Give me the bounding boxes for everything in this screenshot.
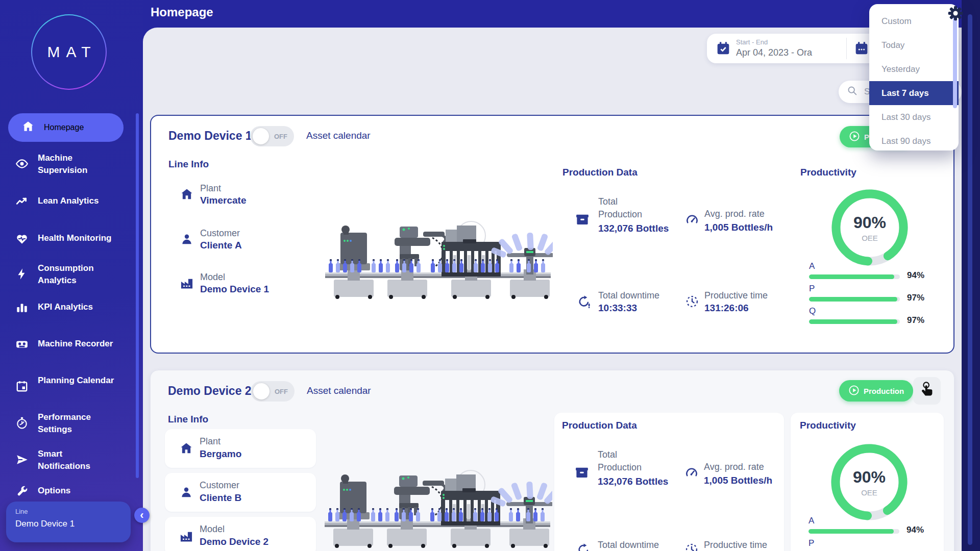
asset-calendar-link[interactable]: Asset calendar xyxy=(306,130,371,141)
tooltip-value: Demo Device 1 xyxy=(15,519,75,529)
bar-value-a: 94% xyxy=(906,525,924,535)
machine-illustration xyxy=(322,461,553,548)
bar-a xyxy=(809,274,900,279)
sidebar-item-health-monitoring[interactable]: Health Monitoring xyxy=(15,232,111,245)
sidebar-item-kpi-analytics[interactable]: KPI Analytics xyxy=(15,301,93,314)
period-dropdown-menu: Custom Today Yesterday Last 7 days Last … xyxy=(869,4,959,151)
sidebar-item-consumption-analytics[interactable]: Consumption Analytics xyxy=(15,262,114,287)
sidebar-collapse-button[interactable]: ‹ xyxy=(134,508,150,523)
settings-gear-icon[interactable] xyxy=(946,4,965,22)
dropdown-item-last-30-days[interactable]: Last 30 days xyxy=(869,105,959,129)
downtime-icon xyxy=(576,542,591,551)
calendar-check-icon xyxy=(715,40,731,59)
dropdown-item-last-90-days[interactable]: Last 90 days xyxy=(869,129,959,151)
sidebar-item-label: Performance Settings xyxy=(38,411,114,436)
plant-icon xyxy=(179,441,193,458)
info-row-customer: Customer Cliente B xyxy=(165,473,316,512)
oee-label: OEE xyxy=(825,234,915,242)
customer-label: Customer xyxy=(200,228,240,239)
dropdown-item-yesterday[interactable]: Yesterday xyxy=(869,57,959,81)
home-icon xyxy=(21,120,35,135)
clock-dashed-icon xyxy=(684,542,699,551)
recorder-icon xyxy=(15,338,29,351)
logo: MAT xyxy=(31,14,107,90)
bar-q xyxy=(809,319,900,324)
device-toggle[interactable]: OFF xyxy=(250,126,294,146)
sidebar-item-label: Consumption Analytics xyxy=(38,262,114,287)
productivity-title: Productivity xyxy=(800,420,856,431)
sidebar-item-lean-analytics[interactable]: Lean Analytics xyxy=(15,195,99,208)
play-circle-icon xyxy=(848,385,860,397)
sidebar-item-performance-settings[interactable]: Performance Settings xyxy=(15,411,114,436)
asset-calendar-link[interactable]: Asset calendar xyxy=(307,385,371,396)
sidebar-scrollbar-thumb[interactable] xyxy=(136,113,139,478)
downtime-label: Total downtime xyxy=(598,539,659,551)
sidebar-item-smart-notifications[interactable]: Smart Notifications xyxy=(15,448,114,472)
customer-value: Cliente B xyxy=(200,492,241,504)
pointer-button[interactable] xyxy=(913,377,941,405)
stopwatch-icon xyxy=(15,416,29,430)
avg-rate-label: Avg. prod. rate xyxy=(704,208,765,220)
app-root: Homepage MAT Homepage Machine Supervisio… xyxy=(0,0,980,551)
bar-label-a: A xyxy=(808,516,814,526)
sidebar: MAT Homepage Machine Supervision Lean An… xyxy=(0,0,143,551)
device-name: Demo Device 1 xyxy=(168,129,252,143)
downtime-label: Total downtime xyxy=(598,289,659,302)
device-toggle[interactable]: OFF xyxy=(251,381,295,402)
production-status-label: Production xyxy=(864,387,904,395)
bar-p xyxy=(809,297,900,302)
bar-chart-icon xyxy=(15,301,29,314)
dropdown-scrollbar-thumb[interactable] xyxy=(953,11,957,108)
sidebar-item-machine-supervision[interactable]: Machine Supervision xyxy=(15,152,114,177)
bar-value-q: 97% xyxy=(907,315,924,325)
total-production-label: Total Production xyxy=(598,195,659,221)
bar-label-p: P xyxy=(809,284,815,294)
productive-value: 131:26:06 xyxy=(704,303,749,314)
oee-gauge: 90% OEE xyxy=(824,437,914,527)
calendar-dots-icon[interactable] xyxy=(853,40,870,59)
eye-icon xyxy=(15,157,29,170)
production-data-title: Production Data xyxy=(562,420,637,431)
sidebar-item-label: Machine Supervision xyxy=(38,152,114,177)
wrench-icon xyxy=(15,485,29,498)
bar-value-p: 97% xyxy=(907,293,924,303)
productive-label: Productive time xyxy=(704,539,767,551)
bar-a xyxy=(808,529,899,534)
sidebar-item-homepage[interactable]: Homepage xyxy=(8,113,124,142)
dropdown-item-custom[interactable]: Custom xyxy=(869,9,959,33)
page-scrollbar-thumb[interactable] xyxy=(968,14,972,545)
sidebar-item-label: KPI Analytics xyxy=(38,301,93,313)
device-name: Demo Device 2 xyxy=(168,384,252,398)
total-production-label: Total Production xyxy=(598,448,659,474)
total-production-value: 132,076 Bottles xyxy=(598,223,669,234)
customer-icon xyxy=(180,232,194,248)
dropdown-item-today[interactable]: Today xyxy=(869,33,959,57)
downtime-value: 10:33:33 xyxy=(598,303,637,314)
downtime-icon xyxy=(577,294,591,311)
line-info-title: Line Info xyxy=(168,159,209,170)
page-title: Homepage xyxy=(151,5,213,19)
info-row-model: Model Demo Device 2 xyxy=(165,517,316,551)
line-tooltip: Line Demo Device 1 xyxy=(6,502,131,542)
plant-icon xyxy=(180,187,194,204)
sidebar-item-options[interactable]: Options xyxy=(15,485,70,498)
model-label: Model xyxy=(200,524,225,535)
sidebar-item-label: Planning Calendar xyxy=(38,374,114,387)
model-value: Demo Device 1 xyxy=(200,284,269,295)
clock-dashed-icon xyxy=(685,294,699,311)
hand-cursor-icon xyxy=(919,382,935,400)
toggle-state-label: OFF xyxy=(274,133,287,140)
play-circle-icon xyxy=(849,131,860,143)
sidebar-item-planning-calendar[interactable]: Planning Calendar xyxy=(15,374,114,393)
avg-rate-label: Avg. prod. rate xyxy=(704,461,764,473)
divider xyxy=(846,38,847,59)
toggle-knob xyxy=(253,128,269,144)
production-status-button[interactable]: Production xyxy=(839,380,913,402)
sidebar-item-machine-recorder[interactable]: Machine Recorder xyxy=(15,338,113,351)
customer-icon xyxy=(179,485,193,502)
device-card-demo-device-1: Demo Device 1 OFF Asset calendar Product… xyxy=(150,115,954,354)
total-production-value: 132,076 Bottles xyxy=(598,476,668,487)
oee-value: 90% xyxy=(824,468,914,487)
dropdown-item-last-7-days[interactable]: Last 7 days xyxy=(869,81,959,105)
oee-label: OEE xyxy=(824,488,914,497)
